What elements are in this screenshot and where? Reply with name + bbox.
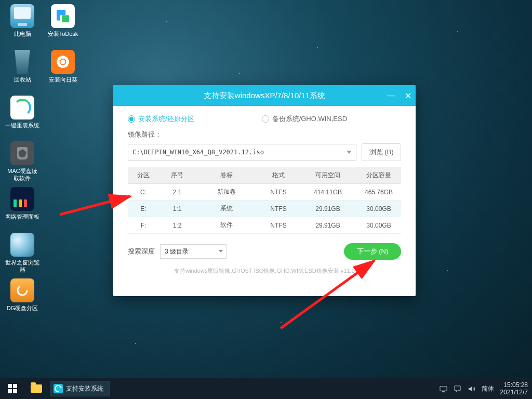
close-button[interactable]: ✕ — [403, 91, 413, 101]
mode-backup[interactable]: 备份系统/GHO,WIN,ESD — [262, 114, 347, 124]
pc-icon — [10, 4, 34, 28]
desktop-icons-col2: 安装ToDesk安装向日葵 — [45, 4, 81, 96]
browse-button[interactable]: 浏览 (B) — [362, 143, 401, 161]
taskbar-clock[interactable]: 15:05:28 2021/12/7 — [500, 381, 528, 396]
desktop-icon-label: 网络管理面板 — [5, 213, 39, 220]
sunflower-icon — [51, 50, 75, 74]
desktop-icon-pc[interactable]: 此电脑 — [4, 4, 41, 47]
desktop-icon-recycle[interactable]: 回收站 — [4, 50, 41, 92]
reinstall-icon — [10, 96, 34, 119]
desktop-icon-label: 回收站 — [14, 76, 31, 83]
taskbar: 支持安装系统 简体 15:05:28 2021/12/7 — [0, 378, 532, 399]
col-format[interactable]: 格式 — [258, 167, 299, 184]
installer-window: 支持安装windowsXP/7/8/10/11系统 — ✕ 安装系统/还原分区 … — [113, 85, 416, 296]
desktop-icon-browser[interactable]: 世界之窗浏览 器 — [4, 233, 41, 275]
image-path-input[interactable]: C:\DEEPIN_WIN10_X64_Q8_V2021.12.iso — [128, 144, 356, 161]
image-path-label: 镜像路径： — [113, 127, 416, 143]
system-tray[interactable]: 简体 15:05:28 2021/12/7 — [440, 381, 532, 396]
chevron-down-icon — [347, 151, 352, 154]
ime-indicator[interactable]: 简体 — [482, 384, 494, 393]
radio-off-icon — [262, 115, 269, 123]
col-free[interactable]: 可用空间 — [299, 167, 356, 184]
desktop-icon-macread[interactable]: MAC硬盘读 取软件 — [4, 141, 41, 184]
window-footer-note: 支持windows原版镜像,GHOST ISO镜像,GHO,WIM,ESD镜像安… — [113, 260, 416, 275]
desktop-icon-label: 世界之窗浏览 器 — [5, 259, 39, 273]
desktop-icon-label: MAC硬盘读 取软件 — [7, 167, 37, 182]
windows-icon — [8, 384, 17, 393]
desktop: 此电脑回收站一键重装系统MAC硬盘读 取软件网络管理面板世界之窗浏览 器DG硬盘… — [0, 0, 532, 399]
search-depth-label: 搜索深度 — [128, 247, 155, 256]
col-part[interactable]: 分区 — [128, 167, 159, 184]
col-index[interactable]: 序号 — [159, 167, 195, 184]
desktop-icon-dgpart[interactable]: DG硬盘分区 — [4, 278, 41, 321]
desktop-icon-label: 安装ToDesk — [48, 30, 78, 37]
next-button[interactable]: 下一步 (N) — [344, 243, 401, 260]
desktop-icon-reinstall[interactable]: 一键重装系统 — [4, 96, 41, 138]
desktop-icons-col1: 此电脑回收站一键重装系统MAC硬盘读 取软件网络管理面板世界之窗浏览 器DG硬盘… — [4, 4, 41, 324]
start-button[interactable] — [0, 378, 25, 399]
network-icon[interactable] — [440, 385, 447, 393]
desktop-icon-label: DG硬盘分区 — [7, 304, 38, 312]
netpanel-icon — [10, 187, 34, 211]
macread-icon — [10, 141, 34, 165]
search-depth-select[interactable]: 3 级目录 — [160, 244, 227, 259]
desktop-icon-todesk[interactable]: 安装ToDesk — [45, 4, 81, 47]
taskbar-active-task[interactable]: 支持安装系统 — [50, 381, 110, 396]
desktop-icon-sunflower[interactable]: 安装向日葵 — [45, 50, 81, 92]
folder-icon — [31, 384, 42, 393]
svg-rect-14 — [8, 389, 12, 393]
svg-rect-12 — [8, 384, 12, 388]
partition-table: 分区 序号 卷标 格式 可用空间 分区容量 C:2:1新加卷NTFS414.11… — [128, 167, 401, 234]
svg-rect-15 — [13, 389, 17, 393]
desktop-icon-label: 一键重装系统 — [5, 122, 39, 129]
recycle-icon — [10, 50, 34, 74]
mode-install[interactable]: 安装系统/还原分区 — [128, 114, 194, 124]
action-center-icon[interactable] — [454, 385, 461, 393]
todesk-icon — [51, 4, 75, 28]
dgpart-icon — [10, 278, 34, 302]
svg-point-0 — [18, 286, 27, 295]
radio-on-icon — [128, 115, 135, 123]
installer-icon — [54, 384, 63, 393]
taskbar-explorer[interactable] — [25, 378, 48, 399]
volume-icon[interactable] — [468, 385, 475, 393]
desktop-icon-netpanel[interactable]: 网络管理面板 — [4, 187, 41, 230]
window-titlebar[interactable]: 支持安装windowsXP/7/8/10/11系统 — ✕ — [113, 85, 416, 106]
minimize-button[interactable]: — — [387, 91, 396, 100]
col-cap[interactable]: 分区容量 — [356, 167, 401, 184]
window-title: 支持安装windowsXP/7/8/10/11系统 — [204, 91, 325, 101]
table-row[interactable]: E:1:1系统NTFS29.91GB30.00GB — [128, 201, 401, 217]
col-volume[interactable]: 卷标 — [195, 167, 258, 184]
browser-icon — [10, 233, 34, 257]
svg-rect-13 — [13, 384, 17, 388]
table-row[interactable]: C:2:1新加卷NTFS414.11GB465.76GB — [128, 184, 401, 201]
svg-rect-17 — [442, 391, 445, 392]
svg-point-1 — [61, 60, 65, 64]
desktop-icon-label: 此电脑 — [14, 30, 31, 37]
table-row[interactable]: F:1:2软件NTFS29.91GB30.00GB — [128, 217, 401, 234]
desktop-icon-label: 安装向日葵 — [49, 76, 77, 83]
chevron-down-icon — [219, 250, 223, 252]
svg-rect-16 — [440, 386, 447, 390]
